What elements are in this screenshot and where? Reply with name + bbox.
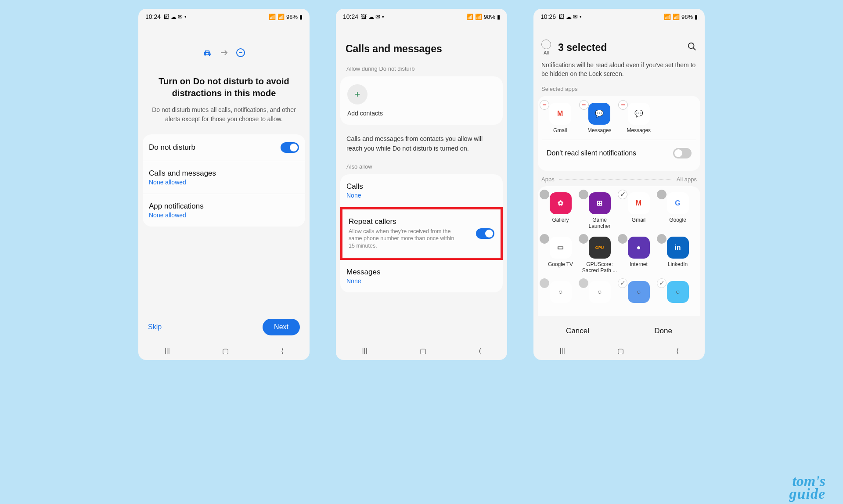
also-allow-label: Also allow (336, 163, 507, 174)
svg-point-1 (209, 54, 209, 54)
recents-button[interactable]: ||| (164, 347, 169, 355)
repeat-toggle[interactable] (476, 228, 494, 239)
apps-sub: None allowed (149, 212, 204, 219)
messages-row[interactable]: Messages None (340, 260, 503, 292)
app-partial[interactable]: ○✓ (659, 281, 696, 303)
navigation-bar: ||| ▢ ⟨ (138, 342, 310, 360)
dnd-toggle-row[interactable]: Do not disturb (143, 134, 305, 161)
selected-app-messages2[interactable]: 💬 − Messages (621, 103, 657, 133)
messages-icon: 💬 (634, 109, 643, 118)
add-contacts-label: Add contacts (347, 110, 496, 117)
battery-icon: ▮ (695, 14, 698, 20)
app-game-launcher[interactable]: ⊞Game Launcher (581, 192, 618, 230)
app-gallery[interactable]: ✿Gallery (542, 192, 579, 230)
status-right: 📶 📶 98% ▮ (466, 14, 500, 20)
signal-icon: 📶 (673, 14, 680, 20)
next-button[interactable]: Next (263, 319, 300, 335)
app-google-tv[interactable]: ▭Google TV (542, 237, 579, 274)
wifi-icon: 📶 (664, 14, 671, 20)
phone-screen-1: 10:24 🖼 ☁ ✉ • 📶 📶 98% ▮ Turn on Do not d… (138, 9, 310, 360)
search-button[interactable] (687, 42, 697, 53)
done-button[interactable]: Done (654, 327, 672, 335)
page-title: Calls and messages (336, 22, 507, 65)
battery-icon: ▮ (299, 14, 303, 20)
selected-app-gmail[interactable]: M − Gmail (542, 103, 578, 133)
app-partial[interactable]: ○ (581, 281, 618, 303)
mode-icons (138, 47, 310, 58)
app-name: Gmail (553, 127, 567, 133)
phone-screen-2: 10:24 🖼 ☁ ✉ • 📶 📶 98% ▮ Calls and messag… (336, 9, 507, 360)
wifi-icon: 📶 (269, 14, 276, 20)
calls-messages-row[interactable]: Calls and messages None allowed (143, 161, 305, 194)
battery-percent: 98% (484, 14, 495, 20)
repeat-callers-row[interactable]: Repeat callers Allow calls when they're … (340, 207, 503, 260)
selected-app-messages[interactable]: 💬 − Messages (582, 103, 618, 133)
check-icon: ✓ (657, 278, 666, 288)
calls-sub: None (346, 192, 363, 199)
app-gmail[interactable]: M✓Gmail (620, 192, 657, 230)
repeat-desc: Allow calls when they're received from t… (349, 228, 458, 250)
dnd-icon (235, 47, 246, 58)
phone-screen-3: 10:26 🖼 ☁ ✉ • 📶 📶 98% ▮ All 3 selected N… (533, 9, 705, 360)
cancel-button[interactable]: Cancel (566, 327, 589, 335)
remove-icon[interactable]: − (540, 100, 549, 110)
app-gpuscore[interactable]: GPUGPUScore: Sacred Path ... (581, 237, 618, 274)
recents-button[interactable]: ||| (362, 347, 367, 355)
status-time: 10:24 (343, 13, 358, 20)
home-button[interactable]: ▢ (420, 347, 426, 355)
apps-label: App notifications (149, 202, 204, 211)
status-bar: 10:24 🖼 ☁ ✉ • 📶 📶 98% ▮ (336, 9, 507, 22)
silent-toggle[interactable] (673, 148, 692, 158)
app-google[interactable]: GGoogle (659, 192, 696, 230)
checkbox-icon (541, 40, 551, 49)
checkbox-icon (657, 234, 666, 244)
add-contacts-card: + Add contacts (340, 76, 503, 125)
back-button[interactable]: ⟨ (479, 347, 481, 355)
add-contact-button[interactable]: + (347, 84, 367, 104)
remove-icon[interactable]: − (579, 100, 589, 110)
also-allow-card: Calls None Repeat callers Allow calls wh… (340, 174, 503, 293)
status-right: 📶 📶 98% ▮ (269, 14, 303, 20)
note-text: Notifications will be read aloud even if… (533, 61, 705, 79)
app-partial[interactable]: ○✓ (620, 281, 657, 303)
selection-title: 3 selected (558, 42, 607, 54)
dnd-toggle[interactable] (281, 142, 299, 153)
calls-row[interactable]: Calls None (340, 174, 503, 207)
select-all[interactable]: All (541, 40, 551, 55)
home-button[interactable]: ▢ (617, 347, 624, 355)
recents-button[interactable]: ||| (559, 347, 565, 355)
app-internet[interactable]: ●Internet (620, 237, 657, 274)
back-button[interactable]: ⟨ (281, 347, 284, 355)
checkbox-icon (540, 190, 549, 199)
status-bar: 10:24 🖼 ☁ ✉ • 📶 📶 98% ▮ (138, 9, 310, 22)
skip-button[interactable]: Skip (148, 323, 162, 331)
status-bar: 10:26 🖼 ☁ ✉ • 📶 📶 98% ▮ (533, 9, 705, 22)
app-partial[interactable]: ○ (542, 281, 579, 303)
signal-icon: 📶 (475, 14, 482, 20)
back-button[interactable]: ⟨ (676, 347, 679, 355)
status-notification-icons: 🖼 ☁ ✉ • (558, 14, 581, 20)
messages-sub: None (346, 277, 380, 284)
all-label: All (544, 50, 549, 55)
remove-icon[interactable]: − (618, 100, 628, 110)
checkbox-icon (618, 234, 627, 244)
checkbox-icon (540, 278, 549, 288)
battery-percent: 98% (286, 14, 298, 20)
all-apps-button[interactable]: All apps (677, 176, 697, 183)
app-linkedin[interactable]: inLinkedIn (659, 237, 696, 274)
intro-title: Turn on Do not disturb to avoid distract… (151, 76, 297, 99)
app-name: Messages (587, 127, 612, 133)
messages-label: Messages (346, 268, 380, 277)
status-notification-icons: 🖼 ☁ ✉ • (361, 14, 384, 20)
home-button[interactable]: ▢ (222, 347, 229, 355)
silent-notifications-row[interactable]: Don't read silent notifications (542, 140, 696, 166)
app-notifications-row[interactable]: App notifications None allowed (143, 194, 305, 227)
all-apps-grid: ✿Gallery ⊞Game Launcher M✓Gmail GGoogle … (538, 186, 700, 316)
calls-sub: None allowed (149, 179, 216, 186)
car-icon (202, 47, 213, 58)
checkbox-icon (579, 278, 588, 288)
checkbox-icon (579, 190, 588, 199)
calls-label: Calls (346, 182, 363, 191)
checkbox-icon (540, 234, 549, 244)
check-icon: ✓ (618, 190, 627, 199)
